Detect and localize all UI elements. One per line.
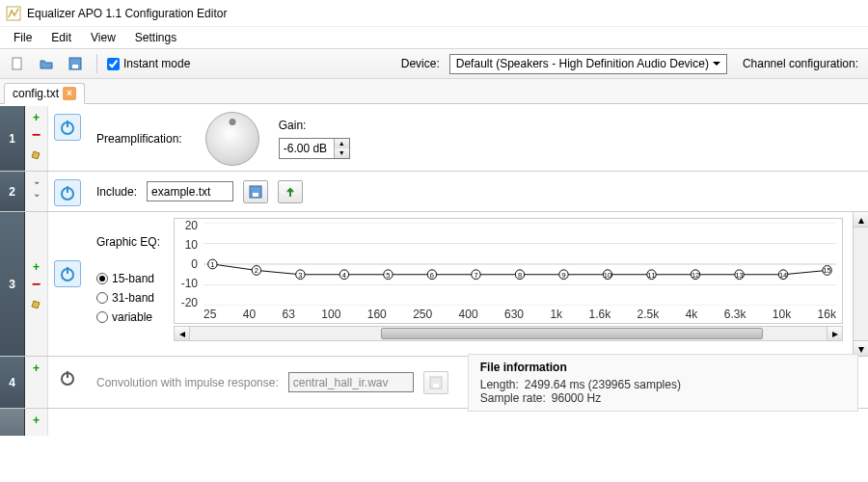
svg-text:12: 12 — [692, 271, 699, 280]
device-label: Device: — [401, 57, 440, 70]
remove-icon[interactable]: − — [29, 127, 44, 143]
row-ops: ⌄ ⌄ — [25, 172, 48, 211]
device-combobox[interactable]: Default (Speakers - High Definition Audi… — [449, 54, 727, 74]
row-preamp: 1 + − Preamplification: Gain: ▲▼ — [0, 106, 868, 172]
menubar: File Edit View Settings — [0, 27, 868, 48]
chevron-down-icon[interactable]: ⌄ — [33, 175, 41, 186]
file-length: 2499.64 ms (239965 samples) — [525, 378, 681, 391]
svg-rect-50 — [433, 384, 439, 388]
row-number: 4 — [0, 357, 25, 408]
app-icon — [6, 6, 21, 21]
svg-text:3: 3 — [298, 271, 302, 280]
tab-config[interactable]: config.txt × — [4, 83, 85, 104]
row-add: + — [0, 409, 868, 436]
power-button[interactable] — [54, 179, 81, 206]
spin-down-icon[interactable]: ▼ — [335, 148, 349, 158]
horizontal-scrollbar[interactable]: ◂ ▸ — [174, 326, 843, 341]
preamp-label: Preamplification: — [96, 132, 182, 146]
menu-view[interactable]: View — [81, 29, 125, 46]
remove-icon[interactable]: − — [29, 277, 44, 292]
row-ops: + − — [25, 106, 48, 171]
save-include-button[interactable] — [243, 180, 268, 203]
scroll-up-icon[interactable]: ▴ — [854, 212, 868, 228]
open-file-button[interactable] — [35, 52, 58, 75]
row-number — [0, 409, 25, 436]
separator — [96, 54, 97, 73]
filter-rows: 1 + − Preamplification: Gain: ▲▼ 2 — [0, 106, 868, 482]
vertical-scrollbar[interactable]: ▴ ▾ — [853, 212, 868, 356]
titlebar: Equalizer APO 1.1 Configuration Editor — [0, 0, 868, 27]
file-info-panel: File information Length:2499.64 ms (2399… — [468, 354, 858, 412]
graphic-eq-label: Graphic EQ: — [96, 235, 160, 249]
add-icon[interactable]: + — [29, 413, 44, 428]
eq-options: Graphic EQ: 15-band 31-band variable — [96, 218, 160, 324]
row-include: 2 ⌄ ⌄ Include: — [0, 172, 868, 212]
save-file-button[interactable] — [64, 52, 87, 75]
browse-ir-button[interactable] — [423, 371, 448, 394]
file-sample-rate: 96000 Hz — [552, 391, 601, 405]
svg-rect-1 — [13, 58, 21, 69]
radio-variable[interactable]: variable — [96, 310, 160, 324]
instant-mode-input[interactable] — [107, 58, 120, 70]
svg-text:6: 6 — [430, 271, 434, 280]
svg-text:11: 11 — [647, 271, 655, 280]
svg-text:13: 13 — [735, 271, 743, 280]
svg-text:8: 8 — [518, 271, 522, 280]
svg-text:5: 5 — [386, 271, 390, 280]
spin-up-icon[interactable]: ▲ — [335, 139, 349, 148]
radio-15-band[interactable]: 15-band — [96, 272, 160, 285]
svg-text:4: 4 — [342, 271, 347, 280]
edit-icon[interactable] — [29, 294, 44, 309]
device-value: Default (Speakers - High Definition Audi… — [456, 57, 709, 70]
close-icon[interactable]: × — [63, 87, 76, 100]
svg-text:1: 1 — [210, 260, 214, 269]
radio-31-band[interactable]: 31-band — [96, 291, 160, 305]
convolution-label: Convolution with impulse response: — [96, 376, 279, 389]
edit-icon[interactable] — [29, 145, 44, 160]
row-number: 3 — [0, 212, 25, 356]
scroll-left-icon[interactable]: ◂ — [175, 327, 190, 340]
channel-config-label: Channel configuration: — [743, 57, 858, 70]
load-include-button[interactable] — [278, 180, 303, 203]
svg-text:14: 14 — [779, 271, 788, 280]
svg-text:9: 9 — [561, 271, 565, 280]
power-button[interactable] — [54, 114, 81, 141]
chevron-down-icon[interactable]: ⌄ — [33, 188, 41, 199]
menu-settings[interactable]: Settings — [125, 29, 186, 46]
gain-input[interactable] — [280, 139, 334, 158]
power-button[interactable] — [54, 364, 81, 391]
gain-spinner[interactable]: ▲▼ — [279, 138, 350, 159]
add-icon[interactable]: + — [29, 110, 44, 125]
ir-file-input — [288, 372, 414, 392]
new-file-button[interactable] — [6, 52, 29, 75]
svg-rect-9 — [253, 193, 258, 197]
svg-text:15: 15 — [823, 266, 830, 275]
gain-knob[interactable] — [205, 112, 259, 166]
row-number: 1 — [0, 106, 25, 171]
instant-mode-checkbox[interactable]: Instant mode — [107, 57, 190, 70]
svg-rect-3 — [72, 65, 78, 68]
instant-mode-label: Instant mode — [123, 57, 190, 70]
row-number: 2 — [0, 172, 25, 211]
row-ops: + — [25, 357, 48, 408]
eq-chart-wrap: 20100-10-20 123456789101112131415 254063… — [170, 218, 843, 341]
row-convolution: 4 + Convolution with impulse response: F… — [0, 357, 868, 409]
tab-label: config.txt — [13, 87, 59, 100]
svg-text:2: 2 — [255, 266, 258, 275]
row-ops: + — [25, 409, 48, 436]
row-ops: + − — [25, 212, 48, 356]
include-file-input[interactable] — [147, 181, 233, 201]
scroll-right-icon[interactable]: ▸ — [827, 327, 842, 340]
svg-text:7: 7 — [474, 271, 477, 280]
svg-text:10: 10 — [604, 271, 611, 280]
power-button[interactable] — [54, 260, 81, 287]
toolbar: Instant mode Device: Default (Speakers -… — [0, 48, 868, 79]
scrollbar-thumb[interactable] — [381, 328, 763, 339]
menu-file[interactable]: File — [4, 29, 41, 46]
window-title: Equalizer APO 1.1 Configuration Editor — [27, 7, 227, 20]
eq-chart[interactable]: 20100-10-20 123456789101112131415 254063… — [174, 218, 843, 324]
add-icon[interactable]: + — [29, 361, 44, 376]
file-info-header: File information — [480, 361, 846, 374]
add-icon[interactable]: + — [29, 259, 44, 275]
menu-edit[interactable]: Edit — [41, 29, 81, 46]
